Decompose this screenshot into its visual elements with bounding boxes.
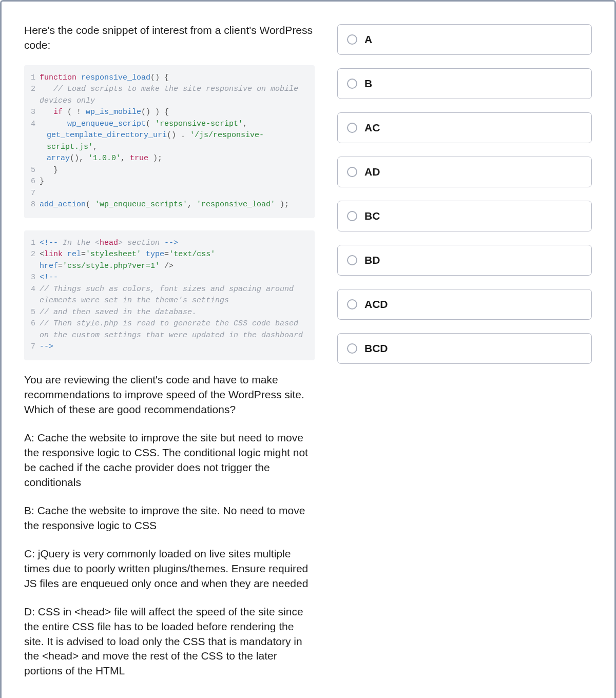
code-line: 5 } xyxy=(30,165,309,177)
radio-icon xyxy=(347,299,357,309)
code-line: 7 --> xyxy=(30,341,309,353)
option-label: ACD xyxy=(364,298,388,311)
code-line: 4 // Things such as colors, font sizes a… xyxy=(30,284,309,307)
option-label: BD xyxy=(364,254,380,266)
question-column: Here's the code snippet of interest from… xyxy=(24,23,315,678)
choice-c-text: C: jQuery is very commonly loaded on liv… xyxy=(24,547,315,591)
choice-b-text: B: Cache the website to improve the site… xyxy=(24,503,315,533)
option-b[interactable]: B xyxy=(337,68,592,99)
radio-icon xyxy=(347,343,357,354)
option-label: AD xyxy=(364,166,380,178)
radio-icon xyxy=(347,255,357,265)
option-a[interactable]: A xyxy=(337,24,592,55)
code-line: 3 <!-- xyxy=(30,272,309,284)
question-intro: Here's the code snippet of interest from… xyxy=(24,23,315,53)
code-snippet-php: 1 function responsive_load() { 2 // Load… xyxy=(24,65,315,218)
option-acd[interactable]: ACD xyxy=(337,289,592,320)
choice-a-text: A: Cache the website to improve the site… xyxy=(24,431,315,490)
code-snippet-html: 1 <!-- In the <head> section --> 2 <link… xyxy=(24,230,315,360)
option-label: B xyxy=(364,77,372,90)
option-label: BC xyxy=(364,210,380,222)
option-label: AC xyxy=(364,122,380,134)
choice-d-text: D: CSS in <head> file will affect the sp… xyxy=(24,605,315,679)
option-bcd[interactable]: BCD xyxy=(337,333,592,364)
code-line: 2 <link rel='stylesheet' type='text/css'… xyxy=(30,249,309,272)
code-line: 1 function responsive_load() { xyxy=(30,72,309,84)
code-line: 1 <!-- In the <head> section --> xyxy=(30,238,309,249)
option-bd[interactable]: BD xyxy=(337,245,592,276)
columns: Here's the code snippet of interest from… xyxy=(24,23,592,678)
code-line: 8 add_action( 'wp_enqueue_scripts', 'res… xyxy=(30,199,309,211)
code-line: 6 } xyxy=(30,176,309,188)
code-line: 4 wp_enqueue_script( 'responsive-script'… xyxy=(30,119,309,165)
code-line: 2 // Load scripts to make the site respo… xyxy=(30,84,309,107)
radio-icon xyxy=(347,79,357,89)
radio-icon xyxy=(347,211,357,221)
radio-icon xyxy=(347,34,357,45)
code-line: 3 if ( ! wp_is_mobile() ) { xyxy=(30,107,309,119)
code-line: 7 xyxy=(30,188,309,200)
code-line: 5 // and then saved in the database. xyxy=(30,307,309,319)
option-ad[interactable]: AD xyxy=(337,157,592,187)
option-bc[interactable]: BC xyxy=(337,201,592,231)
question-followup: You are reviewing the client's code and … xyxy=(24,373,315,417)
option-label: A xyxy=(364,33,372,46)
radio-icon xyxy=(347,167,357,177)
option-label: BCD xyxy=(364,342,388,355)
code-line: 6 // Then style.php is read to generate … xyxy=(30,318,309,341)
quiz-card: Here's the code snippet of interest from… xyxy=(0,0,616,698)
radio-icon xyxy=(347,123,357,133)
answer-column: A B AC AD BC BD xyxy=(337,23,592,364)
option-ac[interactable]: AC xyxy=(337,112,592,143)
question-body: You are reviewing the client's code and … xyxy=(24,373,315,678)
